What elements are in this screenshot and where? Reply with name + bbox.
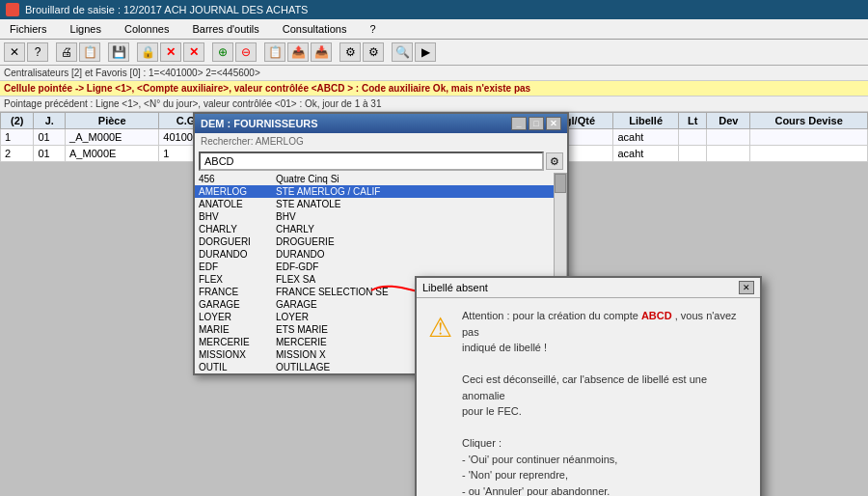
menu-lignes[interactable]: Lignes — [65, 21, 107, 37]
warning-line5: Cliquer : — [462, 435, 748, 452]
list-item[interactable]: DURANDO DURANDO — [195, 248, 554, 261]
fournisseurs-search-label: Rechercher: AMERLOG — [195, 133, 567, 150]
warning-dialog: Libellé absent ✕ ⚠ Attention : pour la c… — [415, 276, 762, 496]
list-item[interactable]: EDF EDF-GDF — [195, 261, 554, 273]
fournisseurs-minimize-btn[interactable]: _ — [511, 117, 527, 130]
warning-line1: Attention : pour la création du compte A… — [462, 308, 748, 340]
warning-text: Attention : pour la création du compte A… — [462, 308, 748, 496]
row1-libelle: acaht — [613, 129, 678, 146]
tb-run-btn[interactable]: ▶ — [415, 42, 436, 62]
title-bar: Brouillard de saisie : 12/2017 ACH JOURN… — [0, 0, 868, 19]
warning-icon: ⚠ — [428, 312, 452, 496]
col-j: J. — [34, 113, 66, 129]
menu-help[interactable]: ? — [364, 21, 381, 37]
menu-bar: Fichiers Lignes Colonnes Barres d'outils… — [0, 19, 868, 40]
row2-num: 2 — [1, 146, 34, 162]
fournisseurs-title: DEM : FOURNISSEURS — [201, 118, 318, 129]
list-item[interactable]: DORGUERI DROGUERIE — [195, 235, 554, 248]
tb-lock-btn[interactable]: 🔒 — [137, 42, 158, 62]
warning-line2: indiqué de libellé ! — [462, 340, 748, 356]
row2-cours — [750, 146, 868, 162]
warning-close-btn[interactable]: ✕ — [739, 281, 754, 294]
row2-piece: A_M000E — [66, 146, 159, 162]
list-item[interactable]: 456 Quatre Cinq Si — [195, 173, 554, 185]
row1-dev — [707, 129, 750, 146]
tb-export-btn[interactable]: 📤 — [287, 42, 309, 62]
row2-libelle: acaht — [613, 146, 678, 162]
status-info-bar: Pointage précédent : Ligne <1>, <N° du j… — [0, 96, 868, 112]
col-piece: Pièce — [66, 113, 159, 129]
col-libelle: Libellé — [613, 113, 678, 129]
row1-j: 01 — [34, 129, 66, 146]
tb-remove-btn[interactable]: ⊖ — [235, 42, 257, 62]
tb-copy-btn[interactable]: 📋 — [264, 42, 285, 62]
col-num: (2) — [1, 113, 34, 129]
tb-search-btn[interactable]: 🔍 — [392, 42, 413, 62]
tb-help-btn[interactable]: ? — [27, 42, 48, 62]
tb-save-btn[interactable]: 💾 — [108, 42, 129, 62]
tb-print-btn[interactable]: 🖨 — [56, 42, 77, 62]
fournisseurs-maximize-btn[interactable]: □ — [529, 117, 544, 130]
status-warning-text: Cellule pointée -> Ligne <1>, <Compte au… — [4, 83, 530, 94]
scrollbar-thumb[interactable] — [555, 174, 566, 193]
app-icon — [6, 3, 19, 16]
row1-cours — [750, 129, 868, 146]
toolbar: ✕ ? 🖨 📋 💾 🔒 ✕ ✕ ⊕ ⊖ 📋 📤 📥 ⚙ ⚙ 🔍 ▶ — [0, 40, 868, 66]
menu-colonnes[interactable]: Colonnes — [119, 21, 175, 37]
menu-barres[interactable]: Barres d'outils — [186, 21, 264, 37]
warning-line3: Ceci est déconseillé, car l'absence de l… — [462, 372, 748, 403]
menu-consultations[interactable]: Consultations — [277, 21, 353, 37]
tb-settings2-btn[interactable]: ⚙ — [363, 42, 384, 62]
row1-num: 1 — [1, 129, 34, 146]
tb-delete1-btn[interactable]: ✕ — [160, 42, 181, 62]
fournisseurs-gear-btn[interactable]: ⚙ — [546, 152, 563, 170]
row1-piece: _A_M000E — [66, 129, 159, 146]
fournisseurs-input-row: ⚙ — [195, 150, 567, 173]
list-item[interactable]: AMERLOG STE AMERLOG / CALIF — [195, 185, 554, 198]
row2-dev — [707, 146, 750, 162]
centralisateurs-val1: 1=<401000> — [149, 68, 203, 78]
centralisateurs-bar: Centralisateurs [2] et Favoris [0] : 1=<… — [0, 66, 868, 81]
app-title: Brouillard de saisie : 12/2017 ACH JOURN… — [25, 4, 308, 15]
row2-lt — [678, 146, 707, 162]
main-area: (2) J. Pièce C.Géné. C.Auxil. Section Dé… — [0, 112, 868, 162]
col-lt: Lt — [678, 113, 707, 129]
list-item[interactable]: BHV BHV — [195, 210, 554, 223]
fournisseurs-titlebar-btns: _ □ ✕ — [511, 117, 561, 130]
centralisateurs-label: Centralisateurs [2] et Favoris [0] : — [4, 68, 146, 78]
col-dev: Dev — [707, 113, 750, 129]
tb-settings1-btn[interactable]: ⚙ — [339, 42, 361, 62]
warning-titlebar: Libellé absent ✕ — [417, 278, 760, 298]
row2-j: 01 — [34, 146, 66, 162]
warning-line8: - ou 'Annuler' pour abandonner. — [462, 483, 748, 497]
warning-body: ⚠ Attention : pour la création du compte… — [417, 298, 760, 496]
list-item[interactable]: CHARLY CHARLY — [195, 223, 554, 235]
warning-line7: - 'Non' pour reprendre, — [462, 467, 748, 483]
row1-lt — [678, 129, 707, 146]
tb-delete2-btn[interactable]: ✕ — [183, 42, 204, 62]
tb-close-btn[interactable]: ✕ — [4, 42, 25, 62]
tb-clipboard-btn[interactable]: 📋 — [79, 42, 100, 62]
status-warning-bar: Cellule pointée -> Ligne <1>, <Compte au… — [0, 81, 868, 96]
fournisseurs-close-btn[interactable]: ✕ — [546, 117, 561, 130]
warning-line6: - 'Oui' pour continuer néanmoins, — [462, 452, 748, 468]
warning-title: Libellé absent — [422, 282, 488, 293]
fournisseurs-titlebar: DEM : FOURNISSEURS _ □ ✕ — [195, 114, 567, 133]
col-cours: Cours Devise — [750, 113, 868, 129]
list-item[interactable]: ANATOLE STE ANATOLE — [195, 198, 554, 210]
tb-add-btn[interactable]: ⊕ — [212, 42, 233, 62]
status-info-text: Pointage précédent : Ligne <1>, <N° du j… — [4, 98, 381, 109]
fournisseurs-search-input[interactable] — [199, 152, 544, 171]
centralisateurs-val2: 2=<445600> — [205, 68, 259, 78]
tb-import-btn[interactable]: 📥 — [311, 42, 332, 62]
warning-line4: pour le FEC. — [462, 403, 748, 420]
menu-fichiers[interactable]: Fichiers — [4, 21, 53, 37]
